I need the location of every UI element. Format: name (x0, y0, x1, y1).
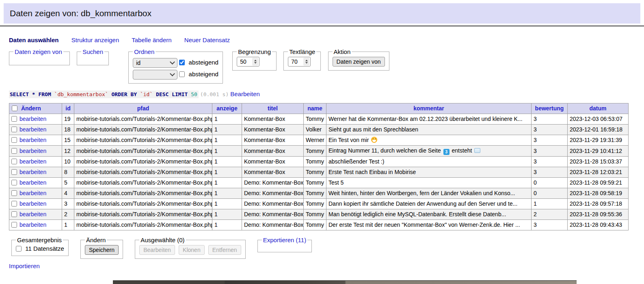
row-edit-link[interactable]: bearbeiten (19, 179, 46, 186)
col-header-name[interactable]: name (304, 103, 326, 114)
cell-datum: 2023-11-28 12:03:21 (568, 167, 629, 178)
row-edit-link[interactable]: bearbeiten (19, 158, 46, 165)
nav-daten-auswaehlen[interactable]: Daten auswählen (9, 37, 59, 43)
cell-anzeige: 1 (212, 146, 242, 157)
cell-kommentar: Man benötigt lediglich eine MySQL-Datenb… (326, 209, 532, 220)
nav-tabelle-aendern[interactable]: Tabelle ändern (132, 37, 171, 43)
cell-id: 19 (62, 114, 74, 125)
cell-pfad: mobirise-tutorials.com/Tutorials-2/Komme… (74, 125, 212, 135)
cell-kommentar: abschließender Test :) (326, 157, 532, 167)
nav-struktur-anzeigen[interactable]: Struktur anzeigen (71, 37, 119, 43)
table-row: bearbeiten10mobirise-tutorials.com/Tutor… (9, 157, 629, 167)
cell-titel: Demo: Kommentar-Box (242, 178, 304, 188)
row-select-cell: bearbeiten (9, 157, 62, 167)
cell-anzeige: 1 (212, 125, 242, 135)
row-edit-link[interactable]: bearbeiten (19, 126, 46, 133)
row-checkbox[interactable] (11, 169, 17, 175)
suchen-toggle-link[interactable]: Suchen (82, 48, 103, 55)
cell-name: Tommy (304, 146, 326, 157)
table-row: bearbeiten19mobirise-tutorials.com/Tutor… (9, 114, 629, 125)
limit-input[interactable]: 50 (237, 57, 259, 67)
cell-kommentar: Sieht gut aus mit den Sprechblasen (326, 125, 532, 135)
cell-bewertung: 0 (532, 178, 568, 188)
row-edit-link[interactable]: bearbeiten (19, 116, 46, 122)
col-header-titel[interactable]: titel (242, 103, 304, 114)
cell-datum: 2023-11-28 09:58:19 (568, 188, 629, 199)
row-checkbox[interactable] (11, 137, 17, 143)
row-checkbox[interactable] (11, 190, 17, 196)
cell-bewertung: 2 (532, 209, 568, 220)
cell-name: Tommy (304, 220, 326, 230)
col-header-datum[interactable]: datum (568, 103, 629, 114)
order-desc-checkbox-2[interactable] (179, 71, 185, 77)
table-row: bearbeiten4mobirise-tutorials.com/Tutori… (9, 188, 629, 199)
row-checkbox[interactable] (11, 159, 17, 164)
cell-pfad: mobirise-tutorials.com/Tutorials-2/Komme… (74, 220, 212, 230)
row-edit-link[interactable]: bearbeiten (19, 200, 46, 207)
cell-kommentar: Der erste Test mit der neuen "Kommentar-… (326, 220, 532, 230)
table-row: bearbeiten18mobirise-tutorials.com/Tutor… (9, 125, 629, 135)
select-all-header: Ändern (9, 103, 62, 114)
cell-bewertung: 3 (532, 167, 568, 178)
importieren-link[interactable]: Importieren (9, 262, 40, 269)
col-header-pfad[interactable]: pfad (74, 103, 212, 114)
col-header-bewertung[interactable]: bewertung (532, 103, 568, 114)
sql-token-keyword: ORDER BY (108, 91, 140, 97)
ordnen-toggle-link[interactable]: Ordnen (134, 48, 154, 55)
row-checkbox[interactable] (11, 222, 17, 228)
row-checkbox[interactable] (11, 127, 17, 132)
spinner-icon[interactable] (303, 58, 309, 66)
cell-id: 12 (62, 146, 74, 157)
cell-kommentar: Erste Test nach Einbau in Mobirise (326, 167, 532, 178)
cell-name: Tommy (304, 114, 326, 125)
col-header-kommentar[interactable]: kommentar (326, 103, 532, 114)
cell-datum: 2023-12-01 16:59:18 (568, 125, 629, 135)
order-column-select-2[interactable] (133, 70, 177, 80)
table-nav: Daten auswählen Struktur anzeigen Tabell… (9, 37, 644, 43)
nav-neuer-datensatz[interactable]: Neuer Datensatz (184, 37, 230, 43)
filter-row: Daten zeigen von Suchen Ordnen id abstei… (9, 48, 644, 84)
spinner-icon[interactable] (252, 58, 258, 66)
fieldset-suchen: Suchen (77, 48, 109, 65)
daten-zeigen-von-toggle-link[interactable]: Daten zeigen von (15, 48, 62, 55)
row-edit-link[interactable]: bearbeiten (19, 211, 46, 217)
fieldset-daten-zeigen-von: Daten zeigen von (9, 48, 70, 65)
fieldset-begrenzung: Begrenzung 50 (232, 48, 277, 71)
table-row: bearbeiten12mobirise-tutorials.com/Tutor… (9, 146, 629, 157)
cell-titel: Demo: Kommentar-Box (242, 220, 304, 230)
cell-datum: 2023-11-28 15:03:37 (568, 157, 629, 167)
sql-edit-link[interactable]: Bearbeiten (230, 90, 260, 97)
speichern-button[interactable]: Speichern (85, 245, 119, 255)
row-checkbox[interactable] (11, 148, 17, 154)
cell-bewertung: 3 (532, 146, 568, 157)
col-header-id[interactable]: id (62, 103, 74, 114)
cell-datum: 2023-11-29 19:31:39 (568, 135, 629, 146)
daten-zeigen-von-button[interactable]: Daten zeigen von (333, 57, 385, 67)
cell-id: 5 (62, 178, 74, 188)
cell-titel: Kommentar-Box (242, 167, 304, 178)
row-checkbox[interactable] (11, 201, 17, 207)
select-all-checkbox[interactable] (12, 105, 17, 111)
row-checkbox[interactable] (11, 116, 17, 122)
aendern-header-link[interactable]: Ändern (21, 105, 41, 112)
exportieren-empty (262, 245, 307, 248)
sql-code: SELECT * FROM `db_kommentarbox` ORDER BY… (9, 90, 199, 98)
order-desc-checkbox-1[interactable] (179, 60, 185, 65)
row-edit-link[interactable]: bearbeiten (19, 169, 46, 175)
row-edit-link[interactable]: bearbeiten (19, 222, 46, 228)
total-checkbox[interactable] (16, 246, 22, 252)
order-desc-label-1: absteigend (189, 59, 218, 66)
exportieren-link[interactable]: Exportieren (11) (263, 237, 306, 243)
row-edit-link[interactable]: bearbeiten (19, 137, 46, 143)
fieldset-textlaenge: Textlänge 70 (283, 48, 321, 71)
fieldset-exportieren: Exportieren (11) (257, 237, 312, 252)
fieldset-ausgewaehlte: Ausgewählte (0) Bearbeiten Klonen Entfer… (135, 237, 245, 259)
order-column-select-1[interactable]: id (133, 58, 177, 68)
row-edit-link[interactable]: bearbeiten (19, 148, 46, 154)
row-checkbox[interactable] (11, 180, 17, 185)
cell-bewertung: 1 (532, 199, 568, 209)
row-checkbox[interactable] (11, 211, 17, 217)
row-edit-link[interactable]: bearbeiten (19, 190, 46, 196)
col-header-anzeige[interactable]: anzeige (212, 103, 242, 114)
text-length-input[interactable]: 70 (288, 57, 311, 67)
